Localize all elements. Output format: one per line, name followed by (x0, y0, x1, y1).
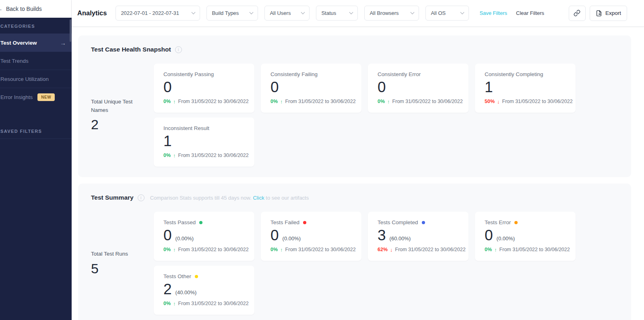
section-title: Test Case Health Snapshot (91, 46, 171, 53)
stat-card-value: 2 (163, 281, 172, 298)
stat-card-title: Consistently Error (378, 71, 421, 77)
sidebar-item-error-insights[interactable]: Error Insights NEW (0, 88, 72, 106)
sidebar-item-label: Error Insights (0, 94, 33, 100)
topbar-actions: Export (569, 6, 627, 21)
build-types-dropdown[interactable]: Build Types (206, 6, 258, 21)
trend-arrow-icon: ↓ (390, 247, 393, 253)
trend-percent: 0% (163, 153, 171, 158)
status-value: Status (321, 10, 336, 16)
topbar: Analytics 2022-07-01 - 2022-07-31 Build … (72, 0, 644, 27)
stat-card-percentage: (0.00%) (175, 235, 194, 242)
sidebar-item-label: Resource Utilization (0, 76, 49, 82)
stat-card-tests-passed: Tests Passed 0 (0.00%) 0% ↑ From 31/05/2… (154, 212, 254, 261)
stat-card-value: 0 (270, 79, 279, 96)
trend-period: From 31/05/2022 to 30/06/2022 (178, 99, 249, 104)
date-range-dropdown[interactable]: 2022-07-01 - 2022-07-31 (116, 6, 200, 21)
sidebar-item-test-overview[interactable]: Test Overview → (0, 33, 72, 52)
build-types-value: Build Types (212, 10, 239, 16)
content: Test Case Health Snapshot i Total Unique… (72, 27, 644, 320)
total-value: 5 (91, 261, 154, 277)
back-arrow-icon: ← (0, 5, 3, 12)
stat-card-title: Consistently Failing (270, 71, 318, 77)
browsers-value: All Browsers (369, 10, 398, 16)
snapshot-cards-grid: Consistently Passing 0 0% ↑ From 31/05/2… (154, 64, 576, 167)
summary-cards-grid: Tests Passed 0 (0.00%) 0% ↑ From 31/05/2… (154, 212, 576, 315)
section-note: Comparison Stats supports till 45 days n… (150, 195, 309, 201)
total-test-runs: Total Test Runs 5 (91, 250, 154, 277)
total-value: 2 (91, 117, 154, 132)
sidebar-divider (0, 138, 72, 139)
trend-percent: 0% (163, 301, 171, 306)
sidebar: ← Back to Builds CATEGORIES Test Overvie… (0, 0, 72, 320)
os-dropdown[interactable]: All OS (425, 6, 469, 21)
stat-card-tests-failed: Tests Failed 0 (0.00%) 0% ↑ From 31/05/2… (261, 212, 361, 261)
stat-card-percentage: (0.00%) (283, 235, 301, 242)
note-text: to see our artifacts (266, 195, 309, 201)
trend-arrow-icon: ↑ (173, 99, 176, 105)
total-label: Total Test Runs (91, 250, 144, 258)
stat-card-title: Consistently Completing (485, 71, 543, 77)
clear-filters-button[interactable]: Clear Filters (516, 10, 544, 16)
users-dropdown[interactable]: All Users (264, 6, 310, 21)
stat-card-percentage: (60.00%) (390, 235, 411, 242)
trend-arrow-icon: ↑ (280, 99, 283, 105)
copy-link-button[interactable] (569, 6, 586, 21)
save-filters-button[interactable]: Save Filters (479, 10, 507, 16)
stat-card-value: 0 (485, 227, 493, 244)
stat-card-consistently-passing: Consistently Passing 0 0% ↑ From 31/05/2… (154, 64, 254, 113)
trend-period: From 31/05/2022 to 30/06/2022 (178, 247, 249, 252)
total-unique-test-names: Total Unique Test Names 2 (91, 98, 154, 133)
stat-card-tests-completed: Tests Completed 3 (60.00%) 62% ↓ From 31… (368, 212, 469, 261)
sidebar-item-resource-utilization[interactable]: Resource Utilization (0, 70, 72, 88)
sidebar-scrollbar-thumb[interactable] (70, 19, 71, 42)
users-value: All Users (270, 10, 291, 16)
info-icon[interactable]: i (175, 46, 182, 53)
chevron-down-icon (349, 10, 353, 14)
stat-card-tests-other: Tests Other 2 (40.00%) 0% ↑ From 31/05/2… (154, 266, 254, 315)
note-text: Comparison Stats supports till 45 days n… (150, 195, 252, 201)
stat-card-tests-error: Tests Error 0 (0.00%) 0% ↑ From 31/05/20… (475, 212, 576, 261)
trend-percent: 0% (270, 99, 278, 104)
stat-card-title: Tests Error (485, 219, 511, 225)
stat-card-consistently-error: Consistently Error 0 0% ↑ From 31/05/202… (368, 64, 469, 113)
stat-card-value: 0 (378, 79, 386, 96)
note-click-link[interactable]: Click (253, 195, 264, 201)
back-to-builds-button[interactable]: ← Back to Builds (0, 0, 72, 18)
stat-card-title: Tests Failed (270, 219, 299, 225)
trend-percent: 0% (485, 247, 492, 252)
stat-card-value: 1 (163, 133, 172, 150)
stat-card-value: 3 (378, 227, 386, 244)
stat-card-value: 0 (163, 79, 172, 96)
status-dot-red (303, 221, 306, 224)
new-badge: NEW (37, 93, 55, 101)
status-dot-yellow (195, 275, 198, 278)
stat-card-value: 0 (270, 227, 279, 244)
trend-period: From 31/05/2022 to 30/06/2022 (500, 247, 570, 252)
total-label: Total Unique Test Names (91, 98, 144, 115)
chevron-down-icon (460, 10, 464, 14)
trend-period: From 31/05/2022 to 30/06/2022 (285, 99, 356, 104)
stat-card-value: 1 (485, 79, 493, 96)
sidebar-item-label: Test Overview (0, 40, 37, 46)
main-area: Analytics 2022-07-01 - 2022-07-31 Build … (72, 0, 644, 320)
status-dropdown[interactable]: Status (316, 6, 358, 21)
trend-percent: 62% (378, 247, 388, 252)
trend-percent: 0% (270, 247, 278, 252)
stat-card-consistently-completing: Consistently Completing 1 50% ↓ From 31/… (475, 64, 576, 113)
stat-card-title: Inconsistent Result (163, 125, 209, 131)
stat-card-consistently-failing: Consistently Failing 0 0% ↑ From 31/05/2… (261, 64, 361, 113)
browsers-dropdown[interactable]: All Browsers (364, 6, 419, 21)
export-label: Export (605, 10, 621, 16)
export-icon (596, 10, 602, 17)
chevron-down-icon (411, 10, 415, 14)
status-dot-green (199, 221, 202, 224)
os-value: All OS (431, 10, 446, 16)
export-button[interactable]: Export (590, 6, 627, 21)
trend-percent: 0% (378, 99, 385, 104)
trend-period: From 31/05/2022 to 30/06/2022 (178, 301, 249, 306)
trend-arrow-icon: ↑ (280, 247, 283, 253)
sidebar-item-test-trends[interactable]: Test Trends (0, 52, 72, 70)
info-icon[interactable]: i (138, 194, 144, 201)
section-title: Test Summary (91, 194, 134, 201)
back-to-builds-label: Back to Builds (6, 6, 42, 12)
